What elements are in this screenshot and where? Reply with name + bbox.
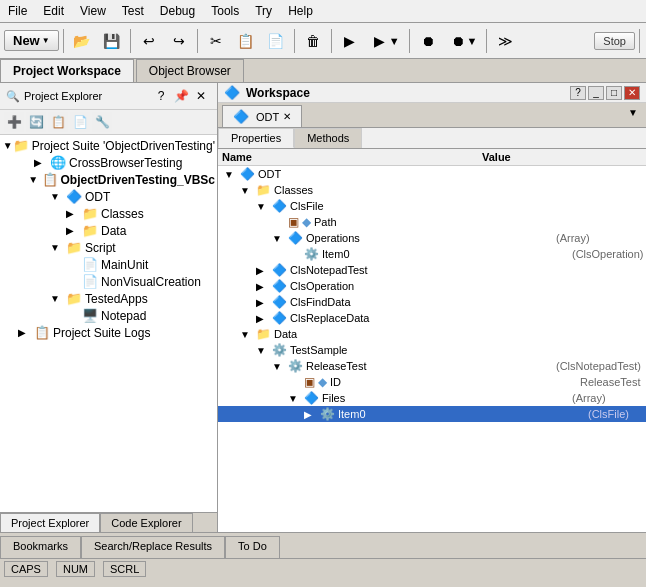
obj-node-item0-ops[interactable]: ⚙️ Item0 (ClsOperation)	[218, 246, 646, 262]
expand-icon[interactable]: ▶	[256, 265, 272, 276]
object-tree[interactable]: ▼ 🔷 ODT ▼ 📁 Classes ▼ 🔷 ClsFile	[218, 166, 646, 532]
tab-search-replace[interactable]: Search/Replace Results	[81, 536, 225, 558]
menu-help[interactable]: Help	[280, 2, 321, 20]
tree-node-mainunit[interactable]: 📄 MainUnit	[2, 256, 215, 273]
copy-button[interactable]: 📋	[232, 29, 260, 53]
help-btn[interactable]: ?	[151, 86, 171, 106]
expand-icon[interactable]: ▶	[256, 313, 272, 324]
expand-icon[interactable]: ▼	[50, 191, 66, 202]
workspace-min-btn[interactable]: _	[588, 86, 604, 100]
save-button[interactable]: 💾	[98, 29, 126, 53]
workspace-tab-odt[interactable]: 🔷 ODT ✕	[222, 105, 302, 127]
tree-node-nonvisual[interactable]: 📄 NonVisualCreation	[2, 273, 215, 290]
menu-test[interactable]: Test	[114, 2, 152, 20]
tab-methods[interactable]: Methods	[294, 128, 362, 148]
expand-icon[interactable]: ▼	[3, 140, 13, 151]
obj-node-id[interactable]: ▣ ◆ ID ReleaseTest	[218, 374, 646, 390]
obj-node-item0-files[interactable]: ▶ ⚙️ Item0 (ClsFile)	[218, 406, 646, 422]
record-options-button[interactable]: ⏺▼	[444, 29, 483, 53]
expand-icon[interactable]: ▶	[18, 327, 34, 338]
more-button[interactable]: ≫	[491, 29, 519, 53]
workspace-help-btn[interactable]: ?	[570, 86, 586, 100]
tree-node-notepad[interactable]: 🖥️ Notepad	[2, 307, 215, 324]
paste-button[interactable]: 📄	[262, 29, 290, 53]
tab-bookmarks[interactable]: Bookmarks	[0, 536, 81, 558]
menu-debug[interactable]: Debug	[152, 2, 203, 20]
workspace-tab-dropdown[interactable]: ▼	[624, 105, 642, 127]
obj-node-path[interactable]: ▣ ◆ Path	[218, 214, 646, 230]
obj-node-files[interactable]: ▼ 🔷 Files (Array)	[218, 390, 646, 406]
expand-icon[interactable]: ▼	[50, 242, 66, 253]
menu-edit[interactable]: Edit	[35, 2, 72, 20]
undo-button[interactable]: ↩	[135, 29, 163, 53]
menu-view[interactable]: View	[72, 2, 114, 20]
expand-icon[interactable]: ▼	[288, 393, 304, 404]
obj-node-testsample[interactable]: ▼ ⚙️ TestSample	[218, 342, 646, 358]
pin-btn[interactable]: 📌	[171, 86, 191, 106]
tree-toolbar-btn3[interactable]: 📋	[48, 112, 68, 132]
cut-button[interactable]: ✂	[202, 29, 230, 53]
expand-icon[interactable]: ▼	[240, 329, 256, 340]
expand-icon[interactable]: ▼	[240, 185, 256, 196]
tree-node-suiteLogs[interactable]: ▶ 📋 Project Suite Logs	[2, 324, 215, 341]
expand-icon[interactable]: ▼	[50, 293, 66, 304]
workspace-max-btn[interactable]: □	[606, 86, 622, 100]
tab-todo[interactable]: To Do	[225, 536, 280, 558]
tab-code-explorer[interactable]: Code Explorer	[100, 513, 192, 532]
tree-node-data[interactable]: ▶ 📁 Data	[2, 222, 215, 239]
tree-toolbar-btn4[interactable]: 📄	[70, 112, 90, 132]
obj-node-clsfinddata[interactable]: ▶ 🔷 ClsFindData	[218, 294, 646, 310]
menu-tools[interactable]: Tools	[203, 2, 247, 20]
obj-node-clsoperation[interactable]: ▶ 🔷 ClsOperation	[218, 278, 646, 294]
tree-node-testedapps[interactable]: ▼ 📁 TestedApps	[2, 290, 215, 307]
tree-node-classes[interactable]: ▶ 📁 Classes	[2, 205, 215, 222]
obj-node-classes[interactable]: ▼ 📁 Classes	[218, 182, 646, 198]
tab-project-workspace[interactable]: Project Workspace	[0, 59, 134, 82]
obj-node-data[interactable]: ▼ 📁 Data	[218, 326, 646, 342]
expand-icon[interactable]: ▼	[224, 169, 240, 180]
redo-button[interactable]: ↪	[165, 29, 193, 53]
stop-button[interactable]: Stop	[594, 32, 635, 50]
tree-toolbar-btn5[interactable]: 🔧	[92, 112, 112, 132]
tree-node-odt[interactable]: ▼ 📋 ObjectDrivenTesting_VBSc	[2, 171, 215, 188]
run-options-button[interactable]: ▶▼	[366, 29, 405, 53]
tab-object-browser[interactable]: Object Browser	[136, 59, 244, 82]
odt-obj-icon: 🔷	[240, 167, 255, 181]
obj-node-clsreplacedata[interactable]: ▶ 🔷 ClsReplaceData	[218, 310, 646, 326]
obj-node-clsnotepad[interactable]: ▶ 🔷 ClsNotepadTest	[218, 262, 646, 278]
expand-icon[interactable]: ▼	[272, 233, 288, 244]
expand-icon[interactable]: ▼	[256, 201, 272, 212]
tab-properties[interactable]: Properties	[218, 128, 294, 148]
workspace-close-btn[interactable]: ✕	[624, 86, 640, 100]
open-button[interactable]: 📂	[68, 29, 96, 53]
expand-icon[interactable]: ▶	[66, 208, 82, 219]
menu-file[interactable]: File	[0, 2, 35, 20]
expand-icon[interactable]: ▶	[304, 409, 320, 420]
odt-tab-close[interactable]: ✕	[283, 111, 291, 122]
delete-button[interactable]: 🗑	[299, 29, 327, 53]
expand-icon[interactable]: ▶	[256, 297, 272, 308]
tree-node-suite[interactable]: ▼ 📁 Project Suite 'ObjectDrivenTesting'	[2, 137, 215, 154]
tab-project-explorer[interactable]: Project Explorer	[0, 513, 100, 532]
expand-icon[interactable]: ▼	[256, 345, 272, 356]
add-btn[interactable]: ➕	[4, 112, 24, 132]
obj-node-releasetest[interactable]: ▼ ⚙️ ReleaseTest (ClsNotepadTest)	[218, 358, 646, 374]
record-button[interactable]: ⏺	[414, 29, 442, 53]
obj-node-clsfile[interactable]: ▼ 🔷 ClsFile	[218, 198, 646, 214]
expand-icon[interactable]: ▶	[66, 225, 82, 236]
project-tree[interactable]: ▼ 📁 Project Suite 'ObjectDrivenTesting' …	[0, 135, 217, 512]
run-button[interactable]: ▶	[336, 29, 364, 53]
expand-icon[interactable]: ▼	[272, 361, 288, 372]
expand-icon[interactable]: ▶	[256, 281, 272, 292]
expand-icon[interactable]: ▼	[28, 174, 41, 185]
new-button[interactable]: New ▼	[4, 30, 59, 51]
tree-node-odt-node[interactable]: ▼ 🔷 ODT	[2, 188, 215, 205]
obj-node-odt[interactable]: ▼ 🔷 ODT	[218, 166, 646, 182]
tree-node-cross[interactable]: ▶ 🌐 CrossBrowserTesting	[2, 154, 215, 171]
refresh-btn[interactable]: 🔄	[26, 112, 46, 132]
expand-icon[interactable]: ▶	[34, 157, 50, 168]
obj-node-operations[interactable]: ▼ 🔷 Operations (Array)	[218, 230, 646, 246]
tree-node-script[interactable]: ▼ 📁 Script	[2, 239, 215, 256]
menu-try[interactable]: Try	[247, 2, 280, 20]
close-btn[interactable]: ✕	[191, 86, 211, 106]
